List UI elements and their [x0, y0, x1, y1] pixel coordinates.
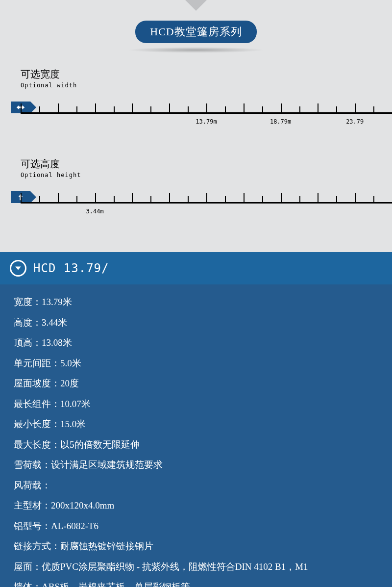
- ruler-tick: [150, 196, 151, 202]
- ruler-tick: [299, 106, 300, 112]
- spec-row: 顶高13.08米: [14, 336, 378, 350]
- ruler-tick: [169, 103, 170, 112]
- spec-row: 最小长度15.0米: [14, 417, 378, 432]
- ruler-tick: [244, 193, 245, 202]
- spec-model-title: HCD 13.79/: [33, 261, 109, 275]
- spec-label: 风荷载: [14, 480, 51, 490]
- spec-row: 高度3.44米: [14, 316, 378, 330]
- spec-label: 最小长度: [14, 419, 60, 429]
- spec-label: 高度: [14, 317, 42, 328]
- width-title-cn: 可选宽度: [21, 68, 392, 81]
- width-ticks: [21, 103, 392, 112]
- spec-label: 宽度: [14, 297, 42, 307]
- spec-value: 13.08米: [42, 337, 72, 348]
- ruler-tick: [95, 193, 96, 202]
- width-ruler[interactable]: 13.79m18.79m23.79: [21, 103, 392, 133]
- height-block: 可选高度 Optional height 3.44m: [0, 157, 392, 223]
- ruler-tick: [355, 193, 356, 202]
- spec-value: 5.0米: [60, 358, 81, 368]
- ruler-tick: [355, 103, 356, 112]
- spec-row: 风荷载: [14, 479, 378, 493]
- spec-label: 铝型号: [14, 521, 51, 531]
- ruler-tick: [336, 106, 337, 112]
- chevron-down-icon: [15, 265, 22, 272]
- ruler-tick: [318, 103, 318, 112]
- spec-row: 雪荷载设计满足区域建筑规范要求: [14, 458, 378, 472]
- ruler-tick: [188, 106, 189, 112]
- height-title-en: Optional height: [21, 172, 392, 179]
- spec-row: 最长组件10.07米: [14, 397, 378, 411]
- ruler-tick: [262, 106, 263, 112]
- spec-value: 200x120x4.0mm: [51, 500, 114, 510]
- ruler-tick: [373, 106, 374, 112]
- spec-section: HCD 13.79/ 宽度13.79米高度3.44米顶高13.08米单元间距5.…: [0, 252, 392, 587]
- spec-label: 雪荷载: [14, 459, 51, 470]
- ruler-tick: [169, 193, 170, 202]
- width-block: 可选宽度 Optional width 13.79m18.79m23.79: [0, 68, 392, 133]
- ruler-tick: [336, 196, 337, 202]
- spec-value: ABS板、岩棉夹芯板、单层彩钢板等: [42, 582, 190, 587]
- ruler-tick: [225, 196, 226, 202]
- series-title-badge: HCD教堂篷房系列: [135, 21, 256, 43]
- ruler-tick: [262, 196, 263, 202]
- ruler-label: 13.79m: [196, 118, 217, 125]
- expand-button[interactable]: [10, 260, 26, 277]
- ruler-tick: [206, 193, 207, 202]
- ruler-tick: [281, 193, 282, 202]
- spec-row: 墙体ABS板、岩棉夹芯板、单层彩钢板等: [14, 580, 378, 587]
- top-section: HCD教堂篷房系列 可选宽度 Optional width 13.79m18.7…: [0, 0, 392, 252]
- ruler-label: 23.79: [346, 118, 364, 125]
- spec-row: 单元间距5.0米: [14, 357, 378, 371]
- spec-value: 10.07米: [60, 399, 91, 409]
- spec-label: 屋面: [14, 561, 42, 572]
- pointer-triangle-icon: [185, 0, 207, 11]
- title-shadow: [127, 47, 265, 53]
- ruler-tick: [39, 106, 40, 112]
- spec-row: 屋面坡度20度: [14, 377, 378, 391]
- height-ticks: [21, 193, 392, 202]
- ruler-tick: [373, 196, 374, 202]
- ruler-tick: [188, 196, 189, 202]
- spec-value: 优质PVC涂层聚酯织物 - 抗紫外线，阻燃性符合DIN 4102 B1，M1: [42, 561, 308, 572]
- spec-row: 铝型号AL-6082-T6: [14, 519, 378, 534]
- ruler-tick: [58, 193, 59, 202]
- spec-row: 最大长度以5的倍数无限延伸: [14, 438, 378, 452]
- spec-row: 主型材200x120x4.0mm: [14, 499, 378, 513]
- ruler-tick: [39, 196, 40, 202]
- height-ruler-line: [21, 202, 392, 204]
- ruler-tick: [132, 103, 133, 112]
- spec-label: 链接方式: [14, 541, 60, 551]
- spec-label: 最大长度: [14, 439, 60, 450]
- width-title-en: Optional width: [21, 82, 392, 89]
- height-title-cn: 可选高度: [21, 157, 392, 171]
- width-ruler-line: [21, 112, 392, 114]
- ruler-tick: [150, 106, 151, 112]
- ruler-label: 3.44m: [86, 208, 104, 215]
- ruler-tick: [299, 196, 300, 202]
- spec-label: 屋面坡度: [14, 378, 60, 388]
- spec-label: 顶高: [14, 337, 42, 348]
- ruler-tick: [132, 193, 133, 202]
- spec-value: 20度: [60, 378, 79, 388]
- height-ruler[interactable]: 3.44m: [21, 193, 392, 223]
- spec-label: 墙体: [14, 582, 42, 587]
- spec-value: 设计满足区域建筑规范要求: [51, 459, 163, 470]
- ruler-tick: [206, 103, 207, 112]
- ruler-tick: [225, 106, 226, 112]
- ruler-tick: [76, 196, 77, 202]
- ruler-tick: [318, 193, 318, 202]
- spec-row: 链接方式耐腐蚀热镀锌链接钢片: [14, 539, 378, 554]
- ruler-label: 18.79m: [270, 118, 291, 125]
- spec-value: 以5的倍数无限延伸: [60, 439, 140, 450]
- spec-header: HCD 13.79/: [0, 252, 392, 284]
- ruler-tick: [114, 196, 115, 202]
- ruler-tick: [21, 193, 22, 202]
- spec-value: AL-6082-T6: [51, 521, 98, 531]
- spec-label: 主型材: [14, 500, 51, 510]
- spec-value: 15.0米: [60, 419, 86, 429]
- spec-row: 屋面优质PVC涂层聚酯织物 - 抗紫外线，阻燃性符合DIN 4102 B1，M1: [14, 560, 378, 574]
- spec-label: 单元间距: [14, 358, 60, 368]
- spec-label: 最长组件: [14, 399, 60, 409]
- ruler-tick: [114, 106, 115, 112]
- ruler-tick: [21, 103, 22, 112]
